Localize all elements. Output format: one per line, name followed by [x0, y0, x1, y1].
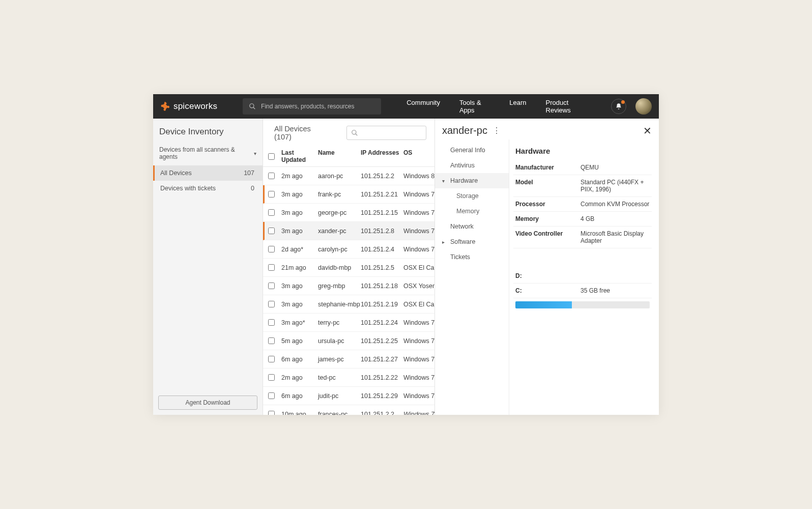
table-title: All Devices (107): [274, 125, 325, 141]
nav-product-reviews[interactable]: Product Reviews: [546, 99, 586, 114]
notifications-button[interactable]: [611, 99, 626, 114]
cell-name: ursula-pc: [318, 337, 361, 345]
detail-nav-item[interactable]: Storage: [435, 188, 509, 204]
nav-community[interactable]: Community: [407, 99, 440, 114]
select-all-checkbox[interactable]: [268, 153, 275, 160]
main: All Devices (107) Last Updated Name IP A…: [263, 119, 659, 415]
row-checkbox[interactable]: [268, 319, 275, 326]
row-checkbox[interactable]: [268, 264, 275, 271]
cell-ip: 101.251.2.5: [361, 264, 403, 271]
cell-ip: 101.251.2.24: [361, 319, 403, 326]
cell-ip: 101.251.2.18: [361, 282, 403, 290]
detail-panel: xander-pc ⋮ ✕ General InfoAntivirus▾Hard…: [435, 119, 659, 415]
table-row[interactable]: 2d ago*carolyn-pc101.251.2.4Windows 7 Pr: [263, 240, 434, 259]
table-row[interactable]: 6m agojames-pc101.251.2.27Windows 7 Pr: [263, 350, 434, 369]
cell-last-updated: 3m ago: [281, 191, 318, 198]
detail-nav-item[interactable]: Network: [435, 219, 509, 234]
col-name[interactable]: Name: [318, 149, 361, 163]
sidebar-item-count: 0: [251, 185, 254, 192]
sidebar: Device Inventory Devices from all scanne…: [153, 119, 263, 415]
cell-name: frances-pc: [318, 411, 361, 415]
cell-last-updated: 2m ago: [281, 173, 318, 180]
sidebar-item-all-devices[interactable]: All Devices 107: [153, 165, 263, 181]
cell-name: xander-pc: [318, 228, 361, 235]
table-row[interactable]: 3m agogeorge-pc101.251.2.15Windows 7 Pr: [263, 204, 434, 222]
detail-nav-label: Network: [450, 223, 474, 230]
cell-last-updated: 3m ago: [281, 282, 318, 290]
global-search-input[interactable]: [261, 103, 375, 110]
avatar[interactable]: [635, 98, 652, 115]
svg-point-2: [352, 130, 356, 134]
col-ip[interactable]: IP Addresses: [361, 149, 403, 163]
close-icon[interactable]: ✕: [643, 126, 652, 136]
detail-nav-item[interactable]: Memory: [435, 204, 509, 219]
table-search[interactable]: [346, 126, 426, 140]
table-row[interactable]: 3m agostephanie-mbp101.251.2.19OSX El Ca…: [263, 295, 434, 314]
table-row[interactable]: 3m ago*terry-pc101.251.2.24Windows 7 U: [263, 314, 434, 332]
cell-last-updated: 6m ago: [281, 392, 318, 400]
detail-nav-label: Antivirus: [450, 162, 475, 169]
col-last-updated[interactable]: Last Updated: [281, 149, 318, 163]
table-row[interactable]: 6m agojudit-pc101.251.2.29Windows 7 Pr: [263, 387, 434, 405]
cell-os: Windows 8 Pr: [403, 173, 434, 180]
cell-name: terry-pc: [318, 319, 361, 326]
row-checkbox[interactable]: [268, 282, 275, 289]
detail-nav-item[interactable]: General Info: [435, 143, 509, 158]
cell-last-updated: 2d ago*: [281, 246, 318, 253]
nav-learn[interactable]: Learn: [509, 99, 526, 114]
table-row[interactable]: 3m agoxander-pc101.251.2.8Windows 7 Pr: [263, 222, 434, 240]
sidebar-item-label: All Devices: [160, 169, 192, 177]
row-checkbox[interactable]: [268, 374, 275, 381]
kv-val: Microsoft Basic Display Adapter: [581, 230, 650, 244]
cell-last-updated: 10m ago: [281, 411, 318, 415]
kebab-icon[interactable]: ⋮: [492, 127, 501, 135]
cell-ip: 101.251.2.8: [361, 228, 403, 235]
detail-nav-item[interactable]: Tickets: [435, 249, 509, 265]
sidebar-item-label: Devices with tickets: [160, 185, 216, 192]
row-checkbox[interactable]: [268, 337, 275, 344]
row-checkbox[interactable]: [268, 411, 275, 415]
detail-nav-label: Hardware: [450, 177, 478, 184]
detail-content: Hardware ManufacturerQEMUModelStandard P…: [509, 139, 659, 415]
scanner-filter[interactable]: Devices from all scanners & agents ▾: [153, 142, 263, 165]
table-row[interactable]: 21m agodavidb-mbp101.251.2.5OSX El Capit…: [263, 259, 434, 277]
cell-os: Windows 7 Pr: [403, 228, 434, 235]
detail-nav-label: Software: [450, 238, 475, 245]
detail-nav: General InfoAntivirus▾HardwareStorageMem…: [435, 139, 509, 415]
detail-nav-item[interactable]: Antivirus: [435, 158, 509, 173]
col-os[interactable]: OS: [403, 149, 434, 163]
row-checkbox[interactable]: [268, 191, 275, 197]
drive-label: D:: [515, 272, 581, 279]
cell-last-updated: 3m ago: [281, 228, 318, 235]
table-row[interactable]: 5m agoursula-pc101.251.2.25Windows 7 Pr: [263, 332, 434, 350]
nav-tools-apps[interactable]: Tools & Apps: [459, 99, 490, 114]
row-checkbox[interactable]: [268, 173, 275, 179]
row-checkbox[interactable]: [268, 301, 275, 307]
logo-icon: [160, 101, 170, 111]
kv-val: QEMU: [581, 164, 650, 171]
drive-val: 35 GB free: [581, 287, 650, 294]
table-row[interactable]: 3m agogreg-mbp101.251.2.18OSX Yosemite: [263, 277, 434, 295]
table-header: All Devices (107): [263, 119, 434, 146]
detail-nav-item[interactable]: ▾Hardware: [435, 173, 509, 188]
agent-download-button[interactable]: Agent Download: [158, 395, 257, 410]
table-row[interactable]: 3m agofrank-pc101.251.2.21Windows 7 Pr: [263, 185, 434, 204]
cell-last-updated: 21m ago: [281, 264, 318, 271]
sidebar-item-devices-tickets[interactable]: Devices with tickets 0: [153, 181, 263, 196]
row-checkbox[interactable]: [268, 392, 275, 399]
table-row[interactable]: 2m agoted-pc101.251.2.22Windows 7 Pr: [263, 369, 434, 387]
sidebar-item-count: 107: [244, 169, 254, 177]
table-row[interactable]: 10m agofrances-pc101.251.2.2Windows 7 Pr: [263, 405, 434, 415]
global-search[interactable]: [243, 98, 381, 115]
section-title: Hardware: [513, 147, 652, 160]
table-row[interactable]: 2m agoaaron-pc101.251.2.2Windows 8 Pr: [263, 167, 434, 185]
detail-nav-item[interactable]: ▸Software: [435, 234, 509, 249]
logo[interactable]: spiceworks: [160, 101, 217, 111]
cell-os: Windows 7 Pr: [403, 246, 434, 253]
cell-os: Windows 7 U: [403, 319, 434, 326]
row-checkbox[interactable]: [268, 356, 275, 362]
row-checkbox[interactable]: [268, 228, 275, 234]
bell-icon: [615, 103, 622, 110]
row-checkbox[interactable]: [268, 246, 275, 252]
row-checkbox[interactable]: [268, 209, 275, 216]
